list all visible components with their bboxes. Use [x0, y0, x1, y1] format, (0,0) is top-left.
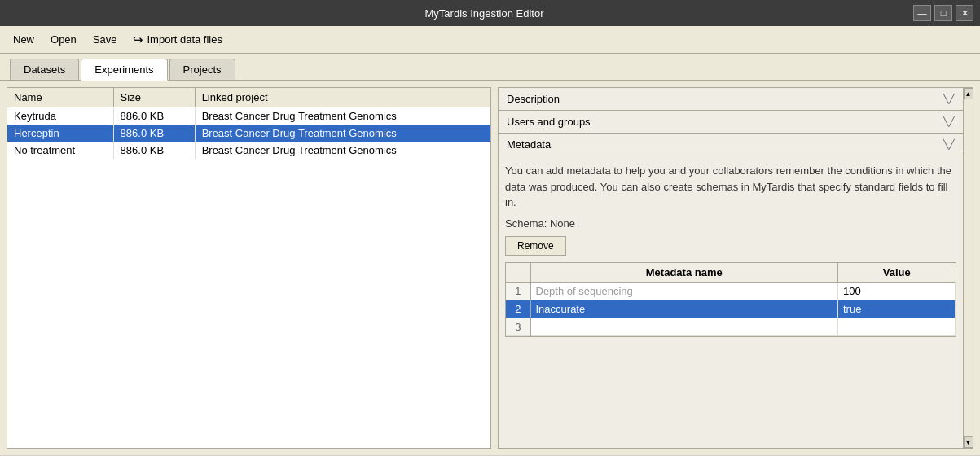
meta-col-name: Metadata name [530, 263, 837, 283]
import-icon: ↪ [133, 33, 143, 47]
users-groups-section-header[interactable]: Users and groups ╲╱ [499, 111, 963, 134]
close-button[interactable]: ✕ [956, 5, 973, 21]
meta-row-num: 2 [506, 300, 530, 318]
metadata-collapse-icon: ╲╱ [943, 139, 955, 150]
meta-row-name: Depth of sequencing [530, 282, 837, 300]
meta-row-value: 100 [837, 282, 955, 300]
metadata-row[interactable]: 2 Inaccurate true [506, 300, 956, 318]
scrollbar-track[interactable] [964, 99, 973, 436]
tab-datasets[interactable]: Datasets [10, 59, 79, 80]
metadata-title: Metadata [507, 138, 551, 151]
tab-bar: Datasets Experiments Projects [0, 54, 980, 81]
detail-panel: Description ╲╱ Users and groups ╲╱ Metad… [498, 87, 973, 449]
col-linked-project: Linked project [195, 88, 490, 107]
meta-row-value: true [837, 300, 955, 318]
scrollbar-down-arrow[interactable]: ▼ [964, 436, 973, 448]
import-button[interactable]: ↪ Import data files [126, 30, 229, 50]
meta-row-name [530, 318, 837, 335]
experiment-table: Name Size Linked project Keytruda 886.0 … [7, 88, 490, 159]
table-row[interactable]: Keytruda 886.0 KB Breast Cancer Drug Tre… [7, 107, 490, 125]
metadata-info-text: You can add metadata to help you and you… [505, 163, 956, 211]
meta-col-value: Value [837, 263, 955, 283]
save-menu-item[interactable]: Save [86, 30, 124, 49]
meta-row-num: 3 [506, 318, 530, 335]
maximize-button[interactable]: □ [934, 5, 952, 21]
menu-bar: New Open Save ↪ Import data files [0, 26, 980, 54]
row-size: 886.0 KB [113, 107, 195, 125]
meta-row-name: Inaccurate [530, 300, 837, 318]
row-linked-project: Breast Cancer Drug Treatment Genomics [195, 125, 490, 142]
title-bar: MyTardis Ingestion Editor — □ ✕ [0, 0, 980, 26]
main-content: Name Size Linked project Keytruda 886.0 … [0, 81, 980, 455]
tab-projects[interactable]: Projects [169, 59, 235, 80]
right-panel-inner: Description ╲╱ Users and groups ╲╱ Metad… [499, 88, 973, 448]
minimize-button[interactable]: — [913, 5, 931, 21]
description-title: Description [507, 93, 560, 105]
metadata-section-header[interactable]: Metadata ╲╱ [499, 134, 963, 156]
users-groups-collapse-icon: ╲╱ [943, 116, 955, 127]
description-collapse-icon: ╲╱ [943, 94, 955, 104]
meta-col-rownum [506, 263, 530, 283]
tab-experiments[interactable]: Experiments [81, 59, 167, 81]
metadata-row[interactable]: 3 [506, 318, 956, 335]
app-title: MyTardis Ingestion Editor [55, 7, 913, 20]
import-label: Import data files [147, 33, 222, 46]
experiment-list-panel: Name Size Linked project Keytruda 886.0 … [7, 87, 491, 449]
metadata-body: You can add metadata to help you and you… [499, 156, 963, 448]
row-linked-project: Breast Cancer Drug Treatment Genomics [195, 107, 490, 125]
users-groups-title: Users and groups [507, 116, 591, 128]
col-name: Name [7, 88, 113, 107]
table-row[interactable]: Herceptin 886.0 KB Breast Cancer Drug Tr… [7, 125, 490, 142]
open-menu-item[interactable]: Open [44, 30, 83, 49]
row-name: Herceptin [7, 125, 113, 142]
window-controls: — □ ✕ [913, 5, 973, 21]
row-name: No treatment [7, 142, 113, 159]
row-size: 886.0 KB [113, 125, 195, 142]
row-name: Keytruda [7, 107, 113, 125]
schema-label: Schema: None [505, 217, 956, 230]
metadata-table: Metadata name Value 1 Depth of sequencin… [506, 263, 956, 336]
meta-row-value [837, 318, 955, 335]
new-menu-item[interactable]: New [7, 30, 41, 49]
table-row[interactable]: No treatment 886.0 KB Breast Cancer Drug… [7, 142, 490, 159]
remove-button[interactable]: Remove [505, 236, 566, 256]
metadata-row[interactable]: 1 Depth of sequencing 100 [506, 282, 956, 300]
meta-row-num: 1 [506, 282, 530, 300]
scrollbar-up-arrow[interactable]: ▲ [964, 88, 973, 99]
col-size: Size [113, 88, 195, 107]
right-panel-content: Description ╲╱ Users and groups ╲╱ Metad… [499, 88, 963, 448]
row-linked-project: Breast Cancer Drug Treatment Genomics [195, 142, 490, 159]
right-scrollbar[interactable]: ▲ ▼ [963, 88, 973, 448]
row-size: 886.0 KB [113, 142, 195, 159]
description-section-header[interactable]: Description ╲╱ [499, 88, 963, 111]
metadata-table-wrap: Metadata name Value 1 Depth of sequencin… [505, 262, 956, 337]
